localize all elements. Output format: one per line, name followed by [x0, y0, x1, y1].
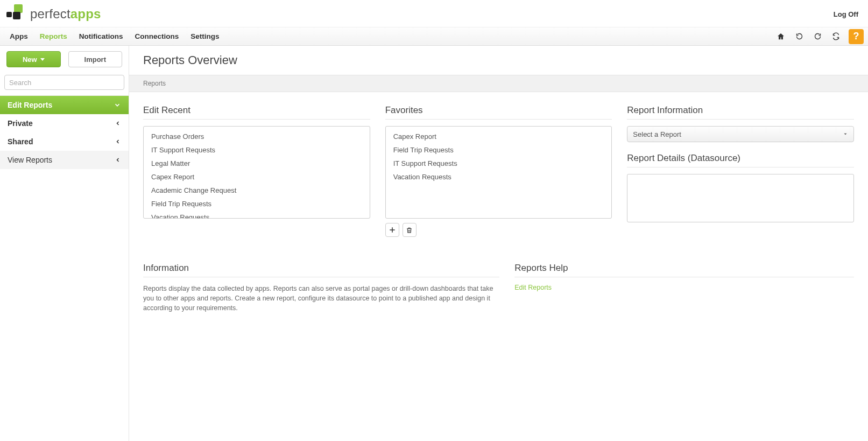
- report-info-panel: Report Information Select a Report Repor…: [627, 105, 854, 237]
- refresh-right-icon[interactable]: [809, 29, 826, 44]
- favorites-list[interactable]: Capex ReportField Trip RequestsIT Suppor…: [385, 126, 612, 219]
- list-item[interactable]: Capex Report: [386, 130, 612, 143]
- sidebar-item-label: Private: [8, 119, 33, 128]
- add-favorite-button[interactable]: [385, 223, 399, 237]
- import-button[interactable]: Import: [68, 51, 123, 67]
- edit-reports-link[interactable]: Edit Reports: [514, 284, 854, 291]
- sidebar-item-label: View Reports: [8, 156, 52, 164]
- chevron-left-icon: [115, 157, 121, 163]
- edit-recent-heading: Edit Recent: [143, 105, 370, 120]
- import-button-label: Import: [84, 55, 106, 64]
- logoff-link[interactable]: Log Off: [834, 10, 858, 18]
- main: Reports Overview Reports Edit Recent Pur…: [129, 46, 868, 441]
- list-item[interactable]: Academic Change Request: [144, 184, 370, 197]
- sidebar-item-private[interactable]: Private: [0, 114, 129, 132]
- information-text: Reports display the data collected by ap…: [143, 284, 499, 313]
- search-input[interactable]: [4, 75, 124, 90]
- sidebar-item-edit-reports[interactable]: Edit Reports: [0, 96, 129, 114]
- sidebar-item-shared[interactable]: Shared: [0, 132, 129, 151]
- sidebar-item-label: Shared: [8, 137, 33, 146]
- list-item[interactable]: Vacation Requests: [144, 211, 370, 219]
- favorites-panel: Favorites Capex ReportField Trip Request…: [385, 105, 612, 237]
- logo-text-a: perfect: [30, 6, 70, 21]
- delete-favorite-button[interactable]: [403, 223, 417, 237]
- logo-text: perfectapps: [30, 6, 101, 22]
- list-item[interactable]: Purchase Orders: [144, 130, 370, 143]
- chevron-down-icon: [114, 101, 121, 109]
- breadcrumb: Reports: [129, 75, 868, 92]
- nav-left: Apps Reports Notifications Connections S…: [4, 28, 225, 45]
- favorites-heading: Favorites: [385, 105, 612, 120]
- edit-recent-panel: Edit Recent Purchase OrdersIT Support Re…: [143, 105, 370, 237]
- reports-help-heading: Reports Help: [514, 263, 854, 277]
- logo-mark-icon: [6, 4, 26, 24]
- new-button-label: New: [23, 55, 37, 64]
- report-select[interactable]: Select a Report: [627, 126, 854, 142]
- home-icon[interactable]: [772, 29, 789, 44]
- information-heading: Information: [143, 263, 499, 277]
- report-details-heading: Report Details (Datasource): [627, 153, 854, 167]
- logo: perfectapps: [6, 4, 101, 24]
- nav-right: ?: [772, 29, 864, 44]
- report-info-heading: Report Information: [627, 105, 854, 120]
- logo-text-b: apps: [70, 6, 101, 21]
- chevron-left-icon: [115, 120, 121, 127]
- nav-item-settings[interactable]: Settings: [185, 28, 224, 45]
- list-item[interactable]: Vacation Requests: [386, 170, 612, 184]
- sync-icon[interactable]: [827, 29, 844, 44]
- list-item[interactable]: Field Trip Requests: [144, 197, 370, 211]
- list-item[interactable]: IT Support Requests: [144, 143, 370, 157]
- caret-down-icon: [40, 58, 45, 61]
- nav-item-notifications[interactable]: Notifications: [74, 28, 129, 45]
- sidebar: New Import Edit Reports Private: [0, 46, 129, 441]
- list-item[interactable]: IT Support Requests: [386, 157, 612, 170]
- new-button[interactable]: New: [6, 51, 61, 67]
- nav-item-connections[interactable]: Connections: [130, 28, 185, 45]
- report-select-placeholder: Select a Report: [633, 130, 681, 138]
- top-header: perfectapps Log Off: [0, 0, 868, 27]
- sidebar-item-view-reports[interactable]: View Reports: [0, 151, 129, 169]
- chevron-left-icon: [115, 138, 121, 145]
- nav-bar: Apps Reports Notifications Connections S…: [0, 27, 868, 46]
- help-button[interactable]: ?: [849, 29, 864, 44]
- caret-down-icon: [843, 131, 848, 137]
- information-panel: Information Reports display the data col…: [143, 263, 499, 313]
- list-item[interactable]: Capex Report: [144, 170, 370, 184]
- list-item[interactable]: Legal Matter: [144, 157, 370, 170]
- nav-item-reports[interactable]: Reports: [34, 28, 73, 45]
- page-title: Reports Overview: [129, 46, 868, 75]
- nav-item-apps[interactable]: Apps: [4, 28, 33, 45]
- reports-help-panel: Reports Help Edit Reports: [514, 263, 854, 313]
- refresh-left-icon[interactable]: [791, 29, 808, 44]
- report-details-box: [627, 174, 854, 222]
- sidebar-item-label: Edit Reports: [8, 101, 52, 109]
- edit-recent-list[interactable]: Purchase OrdersIT Support RequestsLegal …: [143, 126, 370, 219]
- list-item[interactable]: Field Trip Requests: [386, 143, 612, 157]
